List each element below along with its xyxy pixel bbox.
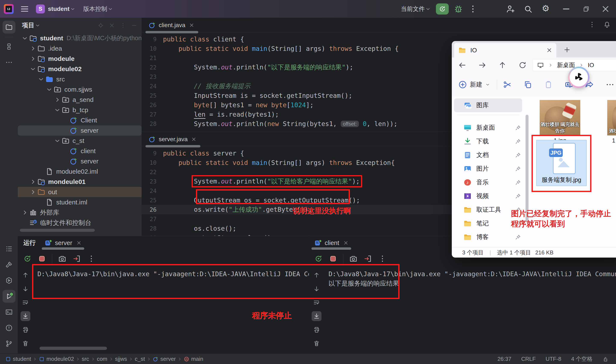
indent-style[interactable]: 4 个空格 [571,355,592,363]
breadcrumb-item-server[interactable]: server [153,356,176,362]
down-stack-button[interactable] [21,284,30,294]
window-minimize-icon[interactable] [561,4,571,14]
run-config-selector[interactable]: 当前文件 [401,5,425,13]
sidebar-item-图库[interactable]: 图库 [454,98,522,112]
close-icon[interactable] [109,22,115,29]
file-encoding[interactable]: UTF-8 [546,356,561,362]
scroll-to-end-button[interactable] [21,311,30,321]
thread-dump-icon[interactable] [58,254,67,263]
more-icon[interactable] [605,80,615,89]
run-tool-button[interactable] [2,290,15,303]
breadcrumb-item-c_st[interactable]: c_st [135,356,145,362]
soft-wrap-button[interactable] [312,298,321,307]
sidebar-item-文档[interactable]: 文档 [452,148,524,162]
window-restore-icon[interactable] [581,4,591,14]
project-tool-button[interactable] [2,21,15,34]
problems-tool-button[interactable] [2,322,15,334]
refresh-icon[interactable] [518,61,527,69]
tree-horizontal-scrollbar[interactable] [20,229,95,232]
tree-item-src[interactable]: src [18,74,142,84]
console-tab-server[interactable]: server [41,236,85,249]
tab-client-java[interactable]: client.java [145,18,199,32]
more-icon[interactable] [87,254,96,263]
locate-file-icon[interactable] [97,22,104,29]
breadcrumb-item-modeule02[interactable]: modeule02 [39,356,74,362]
main-menu-icon[interactable] [20,4,29,14]
breadcrumb-item-com[interactable]: com [97,356,107,362]
crumb-desktop[interactable]: 新桌面 [557,61,575,69]
tree-item-modeule02[interactable]: modeule02 [18,64,142,74]
more-icon[interactable] [378,254,387,263]
attach-icon[interactable] [72,254,81,263]
up-stack-button[interactable] [21,270,30,280]
explorer-scrollbar[interactable] [525,115,529,222]
sidebar-item-下载[interactable]: 下载 [452,135,524,148]
sidebar-item-新桌面[interactable]: 新桌面 [452,121,524,135]
options-icon[interactable] [120,22,126,29]
clear-button[interactable] [21,338,30,348]
window-close-icon[interactable] [601,4,610,14]
console-horizontal-scrollbar[interactable] [40,347,107,350]
sidebar-item-音乐[interactable]: ♪音乐 [452,176,524,189]
breadcrumb-item-main[interactable]: mmain [183,356,203,362]
stop-icon[interactable] [37,254,46,263]
tree-item-moduele02.iml[interactable]: moduele02.iml [18,166,142,177]
cut-icon[interactable] [503,80,512,89]
more-tools-button[interactable] [2,56,15,69]
print-button[interactable] [21,325,30,335]
build-tool-button[interactable] [2,258,15,271]
new-tab-icon[interactable] [563,46,571,54]
paste-icon[interactable] [544,80,553,89]
tree-item-student[interactable]: studentD:\新桌面\MC小杨的python学习文 [18,33,142,43]
tree-item-out[interactable]: out [18,187,142,197]
stop-icon[interactable] [329,254,338,263]
copy-icon[interactable] [523,80,533,89]
run-button[interactable] [436,3,449,14]
breadcrumb-item-sjjws[interactable]: sjjws [115,356,127,362]
thread-dump-icon[interactable] [349,254,358,263]
vcs-widget[interactable]: 版本控制 [83,5,107,13]
file-thumbnail-partial[interactable]: 酒壮 [607,100,616,135]
breadcrumb-item-student[interactable]: student [5,356,31,362]
tree-item-mondeule01[interactable]: mondeule01 [18,177,142,187]
avatar[interactable]: S [36,4,45,13]
editor-options-icon[interactable] [588,21,596,28]
project-widget[interactable]: student [48,6,69,13]
caret-position[interactable]: 26:37 [497,356,511,362]
close-tab-icon[interactable] [76,240,82,246]
file-label[interactable]: 1 [607,137,616,144]
tree-item-外部库[interactable]: 外部库 [18,208,142,218]
soft-wrap-button[interactable] [21,298,30,307]
close-tab-icon[interactable] [189,22,194,28]
forward-icon[interactable] [478,61,487,69]
explorer-tab-io[interactable]: IO [454,43,556,57]
structure-tool-button[interactable] [2,242,15,255]
tree-item-a_send[interactable]: a_send [18,95,142,105]
notifications-bell-icon[interactable] [603,21,611,28]
line-separator[interactable]: CRLF [521,356,536,362]
close-tab-icon[interactable] [343,240,349,246]
screen-recorder-logo[interactable] [568,67,589,88]
unlocked-icon[interactable] [602,356,609,362]
tree-item-b_tcp[interactable]: b_tcp [18,105,142,115]
back-icon[interactable] [458,61,466,69]
file-thumbnail-1jpg[interactable]: 酒壮喽胆 喝完就去告你 [540,100,580,135]
tree-item-.idea[interactable]: .idea [18,43,142,54]
tree-item-Client[interactable]: Client [18,115,142,125]
new-button[interactable]: 新建 [458,80,491,89]
tree-item-student.iml[interactable]: student.iml [18,197,142,208]
breadcrumb-item-src[interactable]: src [82,356,89,362]
sidebar-item-视频[interactable]: 视频 [452,189,524,203]
settings-gear-icon[interactable]: ⚙ [541,4,550,14]
tree-item-c_st[interactable]: c_st [18,136,142,146]
project-panel-title[interactable]: 项目 [22,21,34,30]
tree-item-client[interactable]: client [18,146,142,156]
tree-item-server[interactable]: server [18,125,142,136]
tree-item-modeule[interactable]: modeule [18,54,142,64]
debug-button[interactable] [453,4,463,14]
commit-tool-button[interactable] [2,40,15,53]
crumb-io[interactable]: IO [588,62,594,69]
clear-button[interactable] [312,338,321,348]
tab-server-java[interactable]: server.java [145,132,201,146]
vcs-tool-button[interactable] [2,337,15,350]
